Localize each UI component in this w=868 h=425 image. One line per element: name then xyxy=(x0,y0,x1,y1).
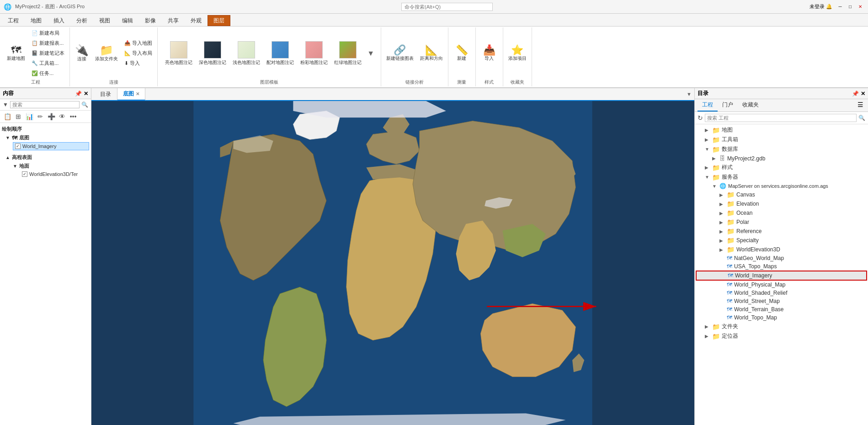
tab-map[interactable]: 地图 xyxy=(25,15,48,26)
rg-tile-button[interactable]: 红绿地图注记 xyxy=(331,37,364,69)
command-search[interactable] xyxy=(401,3,493,11)
import-style-button[interactable]: 📥 导入 xyxy=(480,44,498,63)
layer-checkbox[interactable]: ✓ xyxy=(15,143,21,149)
tab-appearance[interactable]: 外观 xyxy=(185,15,208,26)
chart-icon[interactable]: 📊 xyxy=(25,112,34,121)
new-layout-button[interactable]: 📄 新建布局 xyxy=(29,28,67,38)
new-notebook-button[interactable]: 📓 新建笔记本 xyxy=(29,48,67,58)
tab-insert[interactable]: 插入 xyxy=(48,15,70,26)
task-button[interactable]: ✅ 任务... xyxy=(29,69,67,78)
connect-button[interactable]: 🔌 连接 xyxy=(73,43,91,64)
cat-item-toolbox[interactable]: ▶ 📁 工具箱 xyxy=(696,135,867,144)
tab-analysis[interactable]: 分析 xyxy=(70,15,93,26)
elevation-checkbox[interactable]: ✓ xyxy=(22,171,27,177)
close-left-panel-icon[interactable]: ✕ xyxy=(84,90,88,97)
catalog-menu-icon[interactable]: ☰ xyxy=(856,99,865,112)
minimize-button[interactable]: ─ xyxy=(836,3,844,11)
cat-styles-label: 样式 xyxy=(722,164,733,171)
world-imagery-layer[interactable]: ✓ World_Imagery xyxy=(13,142,89,150)
edit-icon[interactable]: ✏ xyxy=(36,112,45,121)
cat-item-locator[interactable]: ▶ 📁 定位器 xyxy=(696,331,867,341)
import-button[interactable]: ⬇ 导入 xyxy=(122,58,154,68)
pin-icon[interactable]: 📌 xyxy=(75,90,82,97)
cat-item-world-terrain[interactable]: ▶ 🗺 World_Terrain_Base xyxy=(696,305,867,313)
cat-world-topo-label: World_Topo_Map xyxy=(734,314,777,321)
catalog-close-icon[interactable]: ✕ xyxy=(861,90,865,97)
match-tile-button[interactable]: 配对地图注记 xyxy=(264,37,297,69)
basemap-tab-close[interactable]: ✕ xyxy=(136,91,139,96)
cat-gdb-label: MyProject2.gdb xyxy=(727,155,765,162)
new-measure-button[interactable]: 📏 新建 xyxy=(453,44,471,63)
tab-layers[interactable]: 图层 xyxy=(208,15,230,26)
more-tiles-button[interactable]: ▼ xyxy=(365,49,376,58)
basemap-tab[interactable]: 底图 ✕ xyxy=(117,88,145,101)
search-icon[interactable]: 🔍 xyxy=(81,101,88,108)
tab-imagery[interactable]: 影像 xyxy=(139,15,162,26)
elevation-header[interactable]: ▲ 高程表面 xyxy=(5,153,89,162)
cat-item-styles[interactable]: ▶ 📁 样式 xyxy=(696,163,867,172)
elevation-layer-item[interactable]: ✓ WorldElevation3D/Ter xyxy=(20,170,89,178)
cat-item-specialty[interactable]: ▶ 📁 Specialty xyxy=(696,236,867,245)
cat-item-myproject-gdb[interactable]: ▶ 🗄 MyProject2.gdb xyxy=(696,154,867,163)
catalog-pin-icon[interactable]: 📌 xyxy=(852,90,859,97)
contents-search-input[interactable] xyxy=(10,101,80,108)
drawing-order-header[interactable]: 绘制顺序 xyxy=(2,125,89,133)
tab-edit[interactable]: 编辑 xyxy=(116,15,139,26)
more-icon[interactable]: ••• xyxy=(69,112,78,121)
ground-header[interactable]: ▼ 地面 xyxy=(13,162,89,170)
cat-item-natgeo[interactable]: ▶ 🗺 NatGeo_World_Map xyxy=(696,254,867,262)
import-map-button[interactable]: 📥 导入地图 xyxy=(122,38,154,48)
pale-tile-button[interactable]: 浅色地图注记 xyxy=(230,37,263,69)
catalog-tab[interactable]: 目录 xyxy=(94,88,117,101)
styles-group-label: 样式 xyxy=(485,78,494,85)
cat-item-canvas[interactable]: ▶ 📁 Canvas xyxy=(696,190,867,199)
add-folder-button[interactable]: 📁 添加文件夹 xyxy=(93,43,120,64)
close-button[interactable]: ✕ xyxy=(856,3,864,11)
add-icon[interactable]: ➕ xyxy=(47,112,56,121)
new-map-button[interactable]: 🗺 新建地图 xyxy=(5,44,27,63)
basemap-group-header[interactable]: ▼ 🗺 底图 xyxy=(5,133,89,142)
map-view[interactable] xyxy=(91,101,694,425)
cat-item-database[interactable]: ▼ 📁 数据库 xyxy=(696,144,867,154)
cat-item-worldelevation3d[interactable]: ▶ 📁 WorldElevation3D xyxy=(696,245,867,254)
light-tile-button[interactable]: 亮色地图注记 xyxy=(162,37,195,69)
catalog-search-refresh-icon[interactable]: ↻ xyxy=(698,114,703,122)
tab-share[interactable]: 共享 xyxy=(162,15,185,26)
import-layout-button[interactable]: 📐 导入布局 xyxy=(122,48,154,58)
new-report-button[interactable]: 📋 新建报表... xyxy=(29,38,67,48)
add-item-button[interactable]: ⭐ 添加项目 xyxy=(506,44,529,63)
list-icon[interactable]: 📋 xyxy=(3,112,12,121)
maximize-button[interactable]: □ xyxy=(846,3,854,11)
project-buttons: 🗺 新建地图 📄 新建布局 📋 新建报表... 📓 新建笔记本 🔧 工具箱...… xyxy=(5,28,67,78)
grid-icon[interactable]: ⊞ xyxy=(14,112,23,121)
dark-tile-button[interactable]: 深色地图注记 xyxy=(196,37,229,69)
cat-item-usa-topo[interactable]: ▶ 🗺 USA_Topo_Maps xyxy=(696,262,867,271)
cat-item-maps[interactable]: ▶ 📁 地图 xyxy=(696,125,867,135)
cat-item-world-topo[interactable]: ▶ 🗺 World_Topo_Map xyxy=(696,313,867,322)
toolbox-button[interactable]: 🔧 工具箱... xyxy=(29,58,67,68)
catalog-tab-portal[interactable]: 门户 xyxy=(718,99,738,112)
tab-project[interactable]: 工程 xyxy=(2,15,25,26)
cat-item-reference[interactable]: ▶ 📁 Reference xyxy=(696,227,867,236)
catalog-search-input[interactable] xyxy=(705,114,857,122)
cat-item-polar[interactable]: ▶ 📁 Polar xyxy=(696,218,867,227)
pink-tile-button[interactable]: 粉彩地图注记 xyxy=(298,37,330,69)
catalog-tab-favorites[interactable]: 收藏夹 xyxy=(738,99,763,112)
catalog-search-submit-icon[interactable]: 🔍 xyxy=(858,115,865,121)
links-group-label: 链接分析 xyxy=(405,78,424,85)
cat-item-world-physical[interactable]: ▶ 🗺 World_Physical_Map xyxy=(696,281,867,289)
catalog-tab-project[interactable]: 工程 xyxy=(698,99,718,112)
tab-view[interactable]: 视图 xyxy=(93,15,116,26)
distance-direction-button[interactable]: 📐 距离和方向 xyxy=(418,44,445,63)
cat-item-mapserver[interactable]: ▼ 🌐 MapServer on services.arcgisonline.c… xyxy=(696,182,867,190)
cat-item-world-imagery[interactable]: ▶ 🗺 World_Imagery xyxy=(696,271,867,281)
tab-dropdown-icon[interactable]: ▼ xyxy=(687,91,692,97)
cat-item-world-shaded-relief[interactable]: ▶ 🗺 World_Shaded_Relief xyxy=(696,289,867,297)
cat-item-elevation[interactable]: ▶ 📁 Elevation xyxy=(696,199,867,208)
eye-icon[interactable]: 👁 xyxy=(58,112,67,121)
cat-item-ocean[interactable]: ▶ 📁 Ocean xyxy=(696,208,867,218)
new-link-chart-button[interactable]: 🔗 新建链接图表 xyxy=(384,44,416,63)
cat-item-servers[interactable]: ▼ 📁 服务器 xyxy=(696,172,867,182)
cat-item-world-street[interactable]: ▶ 🗺 World_Street_Map xyxy=(696,297,867,305)
cat-item-folders[interactable]: ▶ 📁 文件夹 xyxy=(696,322,867,331)
